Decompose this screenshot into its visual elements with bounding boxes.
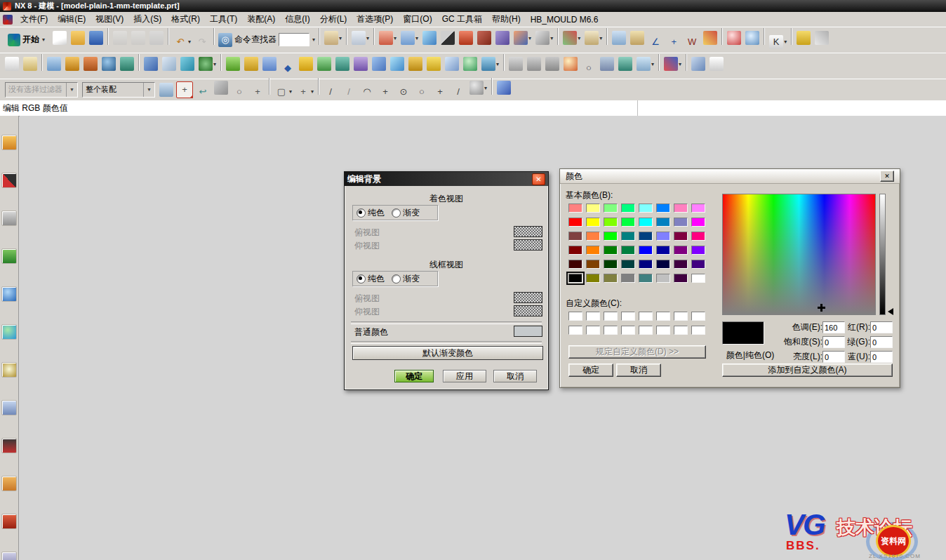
- toolbar-button[interactable]: [544, 55, 561, 72]
- color-swatch[interactable]: [691, 246, 705, 255]
- toolbar-button[interactable]: ○: [413, 84, 430, 100]
- color-swatch[interactable]: [639, 246, 653, 255]
- color-swatch[interactable]: [656, 326, 670, 335]
- toolbar-button[interactable]: [708, 55, 725, 72]
- wireframe-solid-radio[interactable]: 纯色: [357, 273, 385, 285]
- toolbar-button[interactable]: [0, 323, 18, 341]
- command-finder[interactable]: ◎ 命令查找器 ▾: [218, 33, 315, 47]
- menu-analysis[interactable]: 分析(L): [315, 12, 352, 27]
- toolbar-button[interactable]: [462, 55, 479, 72]
- toolbar-button[interactable]: [0, 399, 18, 417]
- menu-hb-mould[interactable]: HB_MOULD M6.6: [526, 13, 604, 26]
- color-swatch[interactable]: [568, 218, 582, 227]
- toolbar-button[interactable]: ○: [231, 84, 248, 100]
- dropdown-arrow-icon[interactable]: ▾: [679, 61, 681, 67]
- toolbar-button[interactable]: [316, 55, 333, 72]
- toolbar-button[interactable]: [142, 55, 159, 72]
- toolbar-button[interactable]: [69, 29, 86, 46]
- color-swatch[interactable]: [656, 274, 670, 283]
- toolbar-button[interactable]: ⊙: [395, 84, 412, 100]
- toolbar-button[interactable]: [526, 55, 542, 72]
- toolbar-button[interactable]: [261, 55, 278, 72]
- wireframe-top-view-swatch[interactable]: [514, 292, 542, 303]
- chevron-down-icon[interactable]: ▾: [312, 36, 315, 43]
- toolbar-button[interactable]: [298, 55, 314, 72]
- color-swatch[interactable]: [691, 260, 705, 269]
- toolbar-button[interactable]: [100, 55, 117, 72]
- shaded-gradient-radio[interactable]: 渐变: [392, 207, 420, 219]
- color-swatch[interactable]: [656, 246, 670, 255]
- color-swatch[interactable]: [691, 232, 705, 241]
- hue-saturation-field[interactable]: [722, 194, 876, 315]
- toolbar-button[interactable]: [0, 133, 18, 152]
- toolbar-button[interactable]: +: [249, 84, 266, 100]
- toolbar-button[interactable]: ▾: [468, 79, 488, 96]
- color-swatch[interactable]: [568, 204, 582, 213]
- color-swatch[interactable]: [621, 274, 635, 283]
- default-gradient-colors-button[interactable]: 默认渐变颜色: [352, 346, 543, 360]
- toolbar-button[interactable]: [495, 79, 512, 96]
- toolbar-button[interactable]: ↩: [194, 84, 211, 100]
- toolbar-button[interactable]: [629, 29, 646, 46]
- color-swatch[interactable]: [691, 312, 705, 321]
- toolbar-button[interactable]: [46, 55, 62, 72]
- toolbar-button[interactable]: [352, 55, 369, 72]
- toolbar-button[interactable]: [795, 29, 812, 46]
- menu-format[interactable]: 格式(R): [166, 12, 205, 27]
- dropdown-arrow-icon[interactable]: ▾: [366, 35, 369, 41]
- toolbar-button[interactable]: ▾: [662, 55, 683, 72]
- toolbar-button[interactable]: K▾: [768, 34, 788, 51]
- menu-tools[interactable]: 工具(T): [205, 12, 242, 27]
- toolbar-button[interactable]: [611, 29, 627, 46]
- toolbar-button[interactable]: /: [450, 84, 467, 100]
- luminance-input[interactable]: [822, 351, 845, 363]
- toolbar-button[interactable]: [0, 209, 18, 227]
- dropdown-arrow-icon[interactable]: ▾: [311, 88, 314, 95]
- toolbar-button[interactable]: [22, 55, 39, 72]
- color-swatch[interactable]: [621, 232, 635, 241]
- toolbar-button[interactable]: [119, 55, 135, 72]
- color-swatch[interactable]: [586, 312, 600, 321]
- green-input[interactable]: [870, 336, 893, 348]
- toolbar-button[interactable]: [813, 29, 830, 46]
- dropdown-arrow-icon[interactable]: ▾: [528, 35, 531, 41]
- toolbar-button[interactable]: [407, 55, 424, 72]
- toolbar-button[interactable]: /: [340, 84, 357, 100]
- toolbar-button[interactable]: +: [377, 84, 394, 100]
- color-swatch[interactable]: [674, 326, 688, 335]
- toolbar-button[interactable]: ▾: [350, 29, 371, 46]
- toolbar-button[interactable]: [421, 29, 438, 46]
- toolbar-button[interactable]: [494, 29, 511, 46]
- dropdown-arrow-icon[interactable]: ▾: [599, 35, 602, 41]
- plain-color-swatch[interactable]: [514, 326, 542, 337]
- toolbar-button[interactable]: [0, 171, 18, 189]
- toolbar-button[interactable]: [507, 55, 524, 72]
- toolbar-button[interactable]: [51, 29, 68, 46]
- toolbar-button[interactable]: [702, 29, 719, 46]
- ok-button[interactable]: 确定: [394, 370, 434, 382]
- color-swatch[interactable]: [656, 260, 670, 269]
- color-swatch[interactable]: [656, 312, 670, 321]
- color-swatch[interactable]: [639, 218, 653, 227]
- command-finder-input[interactable]: [279, 33, 309, 46]
- toolbar-button[interactable]: ▾: [635, 55, 655, 72]
- toolbar-button[interactable]: [425, 55, 442, 72]
- toolbar-button[interactable]: ◆: [279, 60, 296, 76]
- toolbar-button[interactable]: [130, 29, 147, 46]
- toolbar-button[interactable]: [726, 29, 742, 46]
- start-button[interactable]: 开始 ▾: [4, 32, 49, 48]
- toolbar-button[interactable]: ○: [580, 60, 597, 76]
- toolbar-button[interactable]: [64, 55, 81, 72]
- toolbar-button[interactable]: [0, 550, 18, 560]
- toolbar-button[interactable]: [439, 29, 456, 46]
- snap-point-toggle[interactable]: +: [176, 81, 193, 98]
- dropdown-arrow-icon[interactable]: ▾: [394, 35, 397, 41]
- color-swatch[interactable]: [691, 274, 705, 283]
- toolbar-button[interactable]: ▾: [399, 29, 420, 46]
- selection-filter-combo[interactable]: 没有选择过滤器 ▼: [5, 82, 78, 98]
- dropdown-arrow-icon[interactable]: ▾: [550, 35, 553, 41]
- menu-insert[interactable]: 插入(S): [128, 12, 166, 27]
- color-swatch[interactable]: [674, 246, 688, 255]
- toolbar-button[interactable]: ▾: [323, 29, 343, 46]
- toolbar-button[interactable]: ▾: [583, 29, 604, 46]
